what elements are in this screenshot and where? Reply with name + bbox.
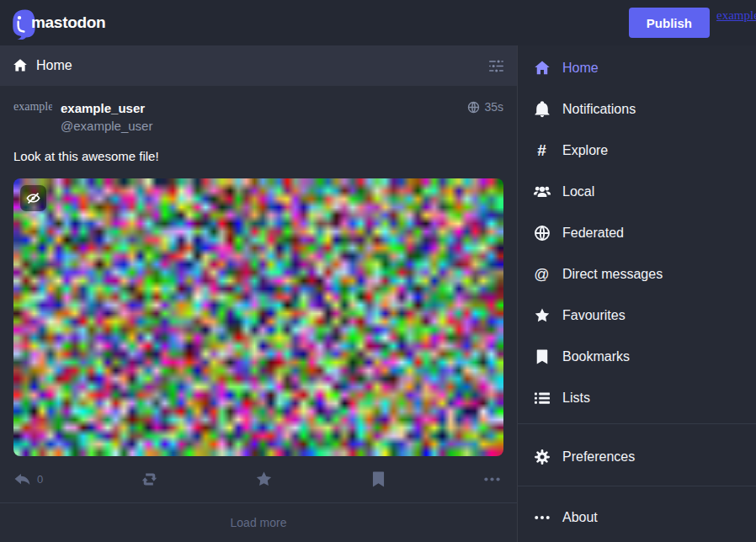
- ellipsis-icon: [483, 470, 501, 488]
- sidebar-item-preferences[interactable]: Preferences: [518, 436, 756, 477]
- boost-button[interactable]: [140, 470, 159, 488]
- sidebar-item-label: Lists: [562, 388, 590, 407]
- publish-button[interactable]: Publish: [629, 8, 710, 38]
- account-handle: @example_user: [61, 119, 152, 133]
- sidebar-section: Preferences: [518, 423, 756, 477]
- sidebar-item-notifications[interactable]: Notifications: [518, 88, 756, 130]
- globe-visibility-icon: [467, 101, 480, 114]
- bookmark-icon: [370, 470, 387, 488]
- status-post: example_user example_user @example_user …: [0, 86, 517, 502]
- timestamp-link[interactable]: 35s: [467, 99, 503, 114]
- hash-icon: #: [532, 142, 551, 159]
- globe-icon: [532, 225, 551, 242]
- display-name[interactable]: example_user: [61, 101, 152, 115]
- star-icon: [532, 307, 551, 324]
- timestamp: 35s: [484, 100, 503, 114]
- sidebar-item-favourites[interactable]: Favourites: [518, 295, 756, 336]
- sidebar-item-label: About: [562, 507, 598, 527]
- hide-media-button[interactable]: [20, 185, 46, 211]
- eye-slash-icon: [25, 190, 41, 206]
- timeline: example_user example_user @example_user …: [0, 86, 517, 542]
- list-icon: [532, 390, 551, 406]
- reply-icon: [13, 470, 31, 488]
- home-timeline-column: Home example_user example_user: [0, 45, 517, 542]
- home-icon: [13, 58, 28, 73]
- gear-icon: [532, 449, 551, 465]
- sidebar-item-label: Bookmarks: [562, 347, 630, 366]
- sidebar-item-explore[interactable]: #Explore: [518, 130, 756, 171]
- boost-icon: [140, 470, 159, 488]
- reply-count: 0: [37, 473, 43, 486]
- sidebar-item-federated[interactable]: Federated: [518, 212, 756, 253]
- author-names: example_user @example_user: [61, 99, 152, 138]
- users-icon: [532, 183, 551, 200]
- more-button[interactable]: [483, 470, 501, 488]
- navigation-footer: PreferencesAbout: [518, 423, 756, 538]
- status-header: example_user example_user @example_user …: [13, 99, 503, 138]
- sidebar-item-label: Notifications: [562, 99, 636, 119]
- status-action-bar: 0: [13, 468, 503, 490]
- home-icon: [532, 60, 551, 77]
- avatar[interactable]: example_user: [13, 99, 52, 138]
- load-more-button[interactable]: Load more: [0, 502, 517, 542]
- sidebar-item-direct-messages[interactable]: @Direct messages: [518, 253, 756, 295]
- sidebar-item-lists[interactable]: Lists: [518, 377, 756, 418]
- sidebar-item-label: Direct messages: [562, 264, 663, 284]
- account-link[interactable]: example_user: [716, 8, 756, 23]
- sliders-icon: [488, 58, 504, 74]
- at-icon: @: [532, 266, 551, 283]
- navigation-main: HomeNotifications#ExploreLocalFederated@…: [518, 47, 756, 418]
- sidebar-section: About: [518, 486, 756, 538]
- column-title: Home: [36, 58, 480, 73]
- topbar-right: Publish example_user: [629, 0, 756, 45]
- column-settings-button[interactable]: [488, 58, 504, 74]
- sidebar-item-about[interactable]: About: [518, 497, 756, 538]
- sidebar-item-label: Favourites: [562, 306, 626, 325]
- sidebar-item-local[interactable]: Local: [518, 171, 756, 212]
- sidebar-item-label: Home: [562, 58, 599, 77]
- reply-button[interactable]: 0: [13, 470, 43, 488]
- bookmark-icon: [532, 348, 551, 365]
- sidebar-item-bookmarks[interactable]: Bookmarks: [518, 336, 756, 377]
- content-area: Home example_user example_user: [0, 45, 756, 542]
- sidebar-item-label: Explore: [562, 141, 608, 160]
- ellipsis-icon: [532, 509, 551, 526]
- favourite-button[interactable]: [255, 470, 273, 488]
- navigation-panel: HomeNotifications#ExploreLocalFederated@…: [517, 45, 756, 542]
- bell-icon: [532, 101, 551, 118]
- mastodon-logo[interactable]: mastodon: [7, 6, 105, 40]
- media-attachment[interactable]: [13, 178, 503, 456]
- bookmark-button[interactable]: [370, 470, 387, 488]
- brand-wordmark: mastodon: [31, 13, 105, 32]
- status-content: Look at this awesome file!: [13, 148, 503, 165]
- sidebar-item-label: Local: [562, 182, 594, 201]
- sidebar-item-home[interactable]: Home: [518, 47, 756, 88]
- column-header[interactable]: Home: [0, 45, 517, 86]
- star-icon: [255, 470, 273, 488]
- sidebar-item-label: Preferences: [562, 447, 635, 466]
- sidebar-item-label: Federated: [562, 223, 624, 242]
- attachment-image[interactable]: [13, 178, 503, 456]
- topbar: mastodon Publish example_user: [0, 0, 756, 45]
